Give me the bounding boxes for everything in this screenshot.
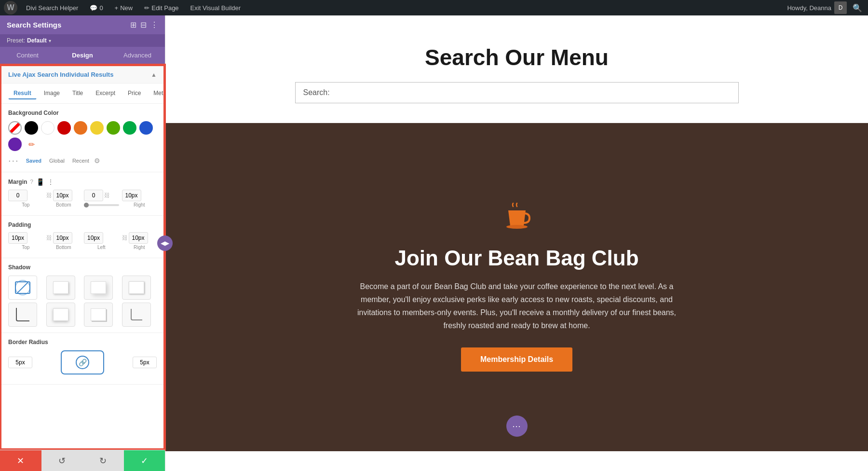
margin-right-input[interactable] [122,190,141,201]
panel-divider[interactable]: ◀▶ [157,236,173,251]
margin-inputs: Top ⛓ Bottom ⛓ [8,190,157,208]
tab-design[interactable]: Design [55,47,110,65]
section-header[interactable]: Live Ajax Search Individual Results ▲ [1,66,163,83]
padding-bottom-label: Bottom [56,245,71,250]
subtab-title[interactable]: Title [67,87,88,99]
redo-button[interactable]: ↻ [82,450,124,471]
margin-top-label: Top [22,202,29,208]
color-purple[interactable] [8,138,22,151]
color-orange[interactable] [74,121,87,135]
shadow-style-3[interactable] [122,276,151,300]
margin-bottom-group: ⛓ Bottom [46,190,81,208]
border-radius-box: 🔗 [61,350,104,374]
shadow-style-corner[interactable] [8,303,37,327]
wp-logo[interactable]: W [4,1,17,14]
link-chain-icon[interactable]: 🔗 [76,356,89,369]
subtab-image[interactable]: Image [39,87,65,99]
tab-advanced[interactable]: Advanced [110,47,165,65]
tab-content[interactable]: Content [0,47,55,65]
color-yellow[interactable] [90,121,104,135]
subtab-result[interactable]: Result [8,87,37,99]
padding-inputs: Top ⛓ Bottom Left [8,232,157,250]
color-green2[interactable] [123,121,136,135]
panel-header-icons: ⊞ ⊟ ⋮ [130,20,158,29]
color-white[interactable] [41,121,54,135]
user-avatar[interactable]: D [834,1,847,14]
floating-menu-button[interactable]: ··· [506,416,528,437]
search-bar: Search: [295,82,739,103]
search-title: Search Our Menu [175,44,858,70]
margin-help-icon[interactable]: ? [30,179,33,185]
color-green1[interactable] [107,121,120,135]
margin-section: Margin ? 📱 ⋮ Top ⛓ [1,172,163,216]
shadow-style-4[interactable] [46,303,75,327]
subtab-meta[interactable]: Meta [148,87,165,99]
admin-search-icon[interactable]: 🔍 [851,1,864,14]
columns-icon[interactable]: ⊟ [140,20,147,29]
subtab-price[interactable]: Price [122,87,146,99]
color-black[interactable] [25,121,38,135]
edit-page-link[interactable]: ✏ Edit Page [141,2,181,14]
padding-right-group: ⛓ Right [122,232,157,250]
divi-search-helper[interactable]: Divi Search Helper [23,2,81,14]
preset-bar: Preset: Default ▾ [0,34,165,47]
panel-body: Live Ajax Search Individual Results ▲ Re… [0,65,165,450]
preset-value[interactable]: Default [27,37,47,44]
howdy-greeting: Howdy, Deanna D [787,1,847,14]
border-radius-right-input[interactable] [133,357,157,368]
padding-left-label: Left [97,245,106,250]
more-options-icon[interactable]: ⋮ [150,20,158,29]
search-label: Search: [303,88,330,97]
shadow-style-5[interactable] [84,303,113,327]
exit-visual-builder[interactable]: Exit Visual Builder [188,2,244,14]
new-link[interactable]: + New [112,2,136,14]
search-input[interactable] [330,88,731,97]
shadow-grid [8,276,157,327]
padding-link2-icon: ⛓ [122,235,128,241]
close-button[interactable]: ✕ [0,450,41,471]
padding-left-input[interactable] [84,232,103,244]
comments-link[interactable]: 💬 0 [87,2,106,14]
shadow-section: Shadow [1,258,163,333]
padding-right-input[interactable] [129,232,148,244]
color-blue[interactable] [139,121,153,135]
shadow-style-1[interactable] [46,276,75,300]
panel-header: Search Settings ⊞ ⊟ ⋮ [0,15,165,34]
shadow-corner-shape [131,309,142,320]
badge-recent[interactable]: Recent [70,157,91,165]
save-button[interactable]: ✓ [124,450,165,471]
margin-slider-group: ⛓ [84,190,119,208]
padding-top-label: Top [22,245,29,250]
color-settings-icon[interactable]: ⚙ [94,157,100,165]
badge-global[interactable]: Global [47,157,67,165]
color-pen-icon[interactable]: ✏ [25,138,38,151]
padding-bottom-input[interactable] [53,232,72,244]
margin-bottom-input[interactable] [53,190,72,201]
margin-top-input[interactable] [8,190,27,201]
shadow-none[interactable] [8,276,37,300]
color-dots-icon[interactable]: ··· [8,155,19,166]
color-red[interactable] [57,121,71,135]
margin-bottom-label: Bottom [56,202,71,208]
padding-label: Padding [8,222,31,228]
shadow-style-6[interactable] [122,303,151,327]
margin-device-icon[interactable]: 📱 [36,178,44,186]
margin-more-icon[interactable]: ⋮ [47,178,54,186]
main-layout: Search Settings ⊞ ⊟ ⋮ Preset: Default ▾ … [0,15,868,471]
fullscreen-icon[interactable]: ⊞ [130,20,136,29]
padding-top-input[interactable] [8,232,27,244]
margin-left-input[interactable] [84,190,103,201]
preset-arrow-icon: ▾ [49,38,51,43]
shadow-box-4 [53,308,68,321]
badge-saved[interactable]: Saved [24,157,43,165]
membership-button[interactable]: Membership Details [461,347,572,372]
border-radius-left-input[interactable] [8,357,32,368]
padding-link-icon: ⛓ [46,235,52,241]
color-transparent[interactable] [8,121,22,135]
undo-button[interactable]: ↺ [41,450,83,471]
subtab-excerpt[interactable]: Excerpt [90,87,121,99]
shadow-style-2[interactable] [84,276,113,300]
bean-bag-section: Join Our Bean Bag Club Become a part of … [165,123,868,451]
panel-footer: ✕ ↺ ↻ ✓ [0,450,165,471]
shadow-box-5 [91,308,106,321]
